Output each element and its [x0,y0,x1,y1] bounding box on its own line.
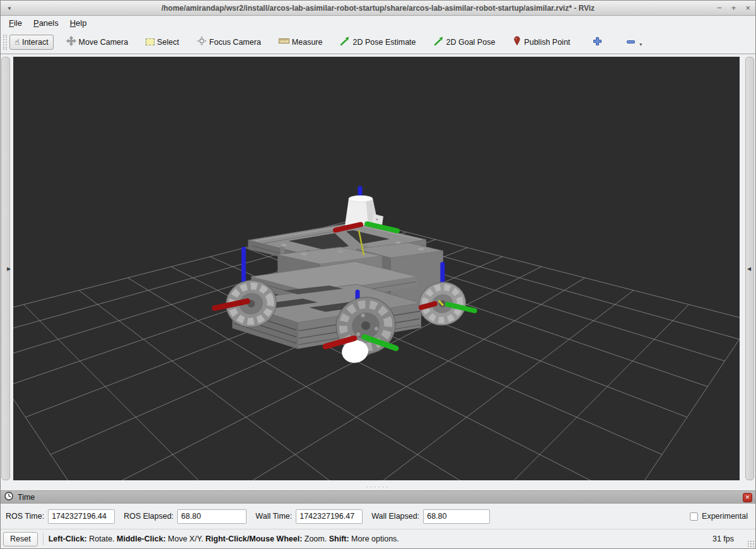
hint-left-click-text: Rotate. [87,535,117,543]
remove-tool-button[interactable]: ▾ [621,33,647,50]
main-area: ▶ [1,54,755,484]
menubar: File Panels Help [1,16,755,30]
expand-views-panel-arrow-icon[interactable]: ◀ [747,266,751,272]
hint-middle-click-text: Move X/Y. [166,535,206,543]
select-tool-label: Select [157,38,179,47]
add-tool-button[interactable] [588,33,607,51]
toolbar: ☝ Interact Move Camera Select Focus Came… [1,30,755,54]
time-panel-close-button[interactable]: ✕ [743,493,752,502]
wall-elapsed-field: Wall Elapsed: [371,509,490,524]
experimental-option: Experimental [690,512,750,521]
window-menu-arrow-icon[interactable]: ▼ [7,6,12,11]
interact-tool-button[interactable]: ☝ Interact [9,35,54,50]
ros-elapsed-field: ROS Elapsed: [124,509,247,524]
time-panel-header[interactable]: Time ✕ [1,490,755,504]
hint-shift-key: Shift: [329,535,349,543]
mouse-hints: Left-Click: Rotate. Middle-Click: Move X… [49,535,399,543]
pose-estimate-tool-label: 2D Pose Estimate [352,38,416,47]
experimental-checkbox[interactable] [690,512,698,521]
interact-tool-label: Interact [22,38,49,47]
publish-point-tool-button[interactable]: Publish Point [508,33,575,51]
green-arrow-icon [340,36,350,48]
ros-time-label: ROS Time: [6,512,44,521]
hint-right-click-key: Right-Click/Mouse Wheel: [206,535,302,543]
ros-time-field: ROS Time: [6,509,115,524]
splitter-handle-dots: ······ [366,485,390,489]
fps-counter: 31 fps [712,535,734,543]
wall-elapsed-input[interactable] [423,509,490,524]
menu-panels[interactable]: Panels [28,17,64,29]
titlebar: ▼ /home/amirandap/wsr2/install/arcos-lab… [1,1,755,16]
select-tool-button[interactable]: Select [141,35,184,50]
right-dock-strip: ◀ [740,57,755,480]
minimize-button[interactable]: − [717,1,722,16]
ros-elapsed-label: ROS Elapsed: [124,512,173,521]
time-panel-body: ROS Time: ROS Elapsed: Wall Time: Wall E… [1,504,755,529]
ros-time-input[interactable] [48,509,115,524]
3d-scene [13,57,740,480]
ros-elapsed-input[interactable] [177,509,247,524]
wall-time-input[interactable] [296,509,363,524]
rviz-window: ▼ /home/amirandap/wsr2/install/arcos-lab… [0,0,756,549]
publish-point-tool-label: Publish Point [524,38,570,47]
dropdown-caret-icon[interactable]: ▾ [639,42,642,47]
hint-left-click-key: Left-Click: [49,535,87,543]
wall-time-label: Wall Time: [255,512,292,521]
hand-cursor-icon: ☝ [15,38,20,46]
toolbar-drag-handle[interactable] [3,35,7,50]
goal-pose-tool-label: 2D Goal Pose [446,38,496,47]
hint-middle-click-key: Middle-Click: [117,535,166,543]
horizontal-splitter[interactable]: ······ [1,484,755,490]
time-panel-title: Time [18,493,35,502]
maximize-button[interactable]: + [731,1,736,16]
minus-icon [626,38,636,47]
focus-target-icon [197,36,207,48]
status-separator [43,533,44,545]
wall-time-field: Wall Time: [255,509,363,524]
3d-viewport[interactable] [13,57,740,480]
window-title: /home/amirandap/wsr2/install/arcos-lab-a… [1,4,755,13]
menu-help[interactable]: Help [64,17,93,29]
move-arrows-icon [66,36,76,48]
ruler-icon [279,37,289,47]
measure-tool-label: Measure [292,38,323,47]
hint-shift-text: More options. [349,535,399,543]
experimental-label: Experimental [702,512,748,521]
goal-pose-tool-button[interactable]: 2D Goal Pose [429,33,501,51]
move-camera-tool-button[interactable]: Move Camera [61,33,134,51]
selection-box-icon [146,38,154,45]
wall-elapsed-label: Wall Elapsed: [371,512,419,521]
status-bar: Reset Left-Click: Rotate. Middle-Click: … [1,529,755,548]
reset-button[interactable]: Reset [3,532,38,546]
menu-file[interactable]: File [3,17,28,29]
focus-camera-tool-button[interactable]: Focus Camera [192,33,266,51]
map-pin-icon [513,36,521,48]
resize-grip[interactable] [747,540,754,547]
left-dock-strip: ▶ [1,57,13,480]
plus-icon [593,37,602,48]
robot-model [214,188,474,365]
hint-right-click-text: Zoom. [302,535,329,543]
expand-displays-panel-arrow-icon[interactable]: ▶ [7,266,11,272]
measure-tool-button[interactable]: Measure [274,34,328,50]
clock-icon [4,492,13,502]
close-button[interactable]: × [745,1,750,16]
move-camera-tool-label: Move Camera [79,38,129,47]
focus-camera-tool-label: Focus Camera [209,38,261,47]
green-arrow-icon [434,36,444,48]
pose-estimate-tool-button[interactable]: 2D Pose Estimate [335,33,421,51]
